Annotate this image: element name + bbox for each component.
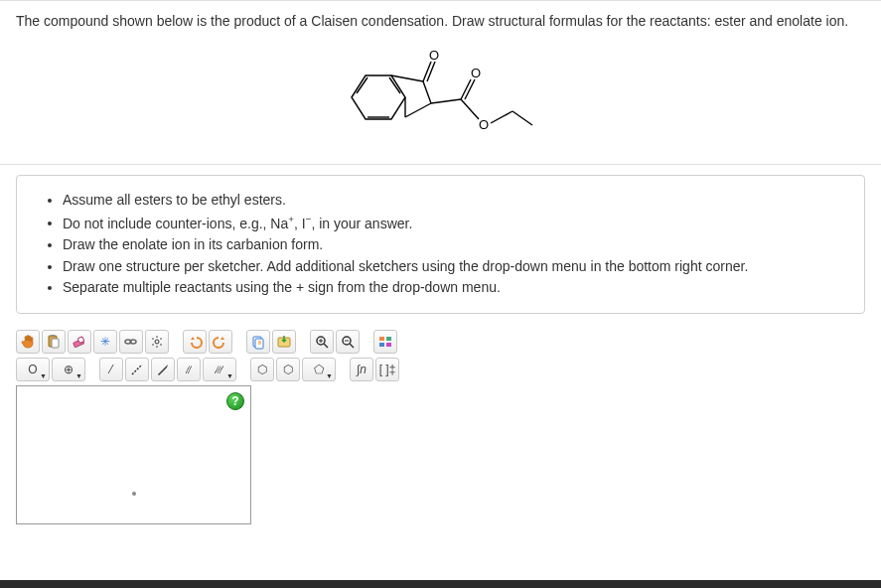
svg-point-32: [156, 346, 158, 348]
triple-bond[interactable]: ⫻▼: [203, 358, 236, 381]
redo-tool[interactable]: [209, 330, 232, 354]
svg-text:O: O: [429, 48, 439, 63]
chain-tool[interactable]: [119, 330, 143, 354]
svg-line-15: [513, 111, 532, 125]
svg-marker-48: [158, 365, 168, 375]
help-icon[interactable]: ?: [226, 392, 244, 410]
sketcher-toolbar-row-2: O▼⊕▼⁄⫽⫻▼⬡⬡⬠▼∫n[ ]‡: [16, 356, 865, 383]
svg-line-6: [405, 103, 431, 117]
copy-tool[interactable]: [246, 330, 270, 354]
svg-point-30: [160, 344, 162, 346]
svg-rect-45: [379, 343, 384, 347]
svg-point-28: [160, 338, 162, 340]
svg-point-27: [152, 338, 154, 340]
question-prompt: The compound shown below is the product …: [16, 11, 865, 32]
svg-rect-20: [51, 335, 55, 337]
svg-line-41: [350, 344, 354, 348]
single-bond[interactable]: ⁄: [99, 358, 123, 381]
chevron-down-icon: ▼: [326, 372, 333, 379]
svg-rect-44: [386, 337, 391, 341]
svg-point-29: [152, 344, 154, 346]
window-bottom-bar: [0, 580, 881, 588]
charge-plus[interactable]: ⊕▼: [52, 358, 85, 381]
periodic-tool[interactable]: [373, 330, 397, 354]
svg-point-26: [155, 340, 159, 344]
svg-text:O: O: [471, 66, 481, 80]
wedge-bond[interactable]: [151, 358, 175, 381]
svg-line-37: [324, 344, 328, 348]
svg-line-9: [427, 62, 435, 81]
undo-tool[interactable]: [183, 330, 207, 354]
svg-marker-0: [352, 75, 405, 119]
double-bond[interactable]: ⫽: [177, 358, 201, 381]
element-o[interactable]: O▼: [16, 358, 50, 381]
hand-tool[interactable]: [16, 330, 40, 354]
zoom-out-tool[interactable]: [336, 330, 360, 354]
paste-tool[interactable]: [42, 330, 66, 354]
svg-line-8: [423, 62, 431, 81]
benzene-ring[interactable]: ⬡: [250, 358, 274, 381]
product-structure-image: O O O: [16, 32, 865, 162]
svg-rect-21: [52, 339, 59, 348]
import-tool[interactable]: [272, 330, 296, 354]
bracket-tool[interactable]: [ ]‡: [375, 358, 399, 381]
instructions-panel: Assume all esters to be ethyl esters.Do …: [16, 175, 865, 314]
svg-point-31: [156, 336, 158, 338]
center-tool[interactable]: ✳: [93, 330, 117, 354]
instruction-item: Separate multiple reactants using the + …: [63, 277, 846, 299]
cyclopentane[interactable]: ⬠▼: [302, 358, 336, 381]
svg-line-47: [132, 365, 142, 374]
svg-rect-43: [379, 337, 384, 341]
chevron-down-icon: ▼: [226, 372, 233, 379]
zoom-in-tool[interactable]: [310, 330, 334, 354]
svg-rect-46: [386, 343, 391, 347]
sketcher-widget: ✳ O▼⊕▼⁄⫽⫻▼⬡⬡⬠▼∫n[ ]‡ ?: [16, 328, 865, 524]
svg-line-4: [391, 75, 423, 81]
svg-line-5: [423, 81, 431, 103]
chevron-down-icon: ▼: [75, 372, 82, 379]
clean-tool[interactable]: [145, 330, 169, 354]
svg-line-13: [461, 99, 479, 119]
sketcher-toolbar-row-1: ✳: [16, 328, 865, 356]
canvas-cursor-dot: [132, 492, 136, 496]
sketcher-canvas[interactable]: ?: [16, 385, 251, 524]
chevron-down-icon: ▼: [40, 372, 47, 379]
instruction-item: Draw one structure per sketcher. Add add…: [63, 256, 846, 278]
svg-line-14: [491, 111, 513, 123]
dashed-bond[interactable]: [125, 358, 149, 381]
instruction-item: Assume all esters to be ethyl esters.: [63, 190, 846, 212]
custom-fn[interactable]: ∫n: [350, 358, 373, 381]
svg-line-10: [431, 99, 461, 103]
instruction-item: Draw the enolate ion in its carbanion fo…: [63, 234, 846, 256]
svg-text:O: O: [479, 117, 489, 132]
cyclohexane[interactable]: ⬡: [276, 358, 300, 381]
eraser-tool[interactable]: [68, 330, 91, 354]
instruction-item: Do not include counter-ions, e.g., Na+, …: [63, 212, 846, 234]
